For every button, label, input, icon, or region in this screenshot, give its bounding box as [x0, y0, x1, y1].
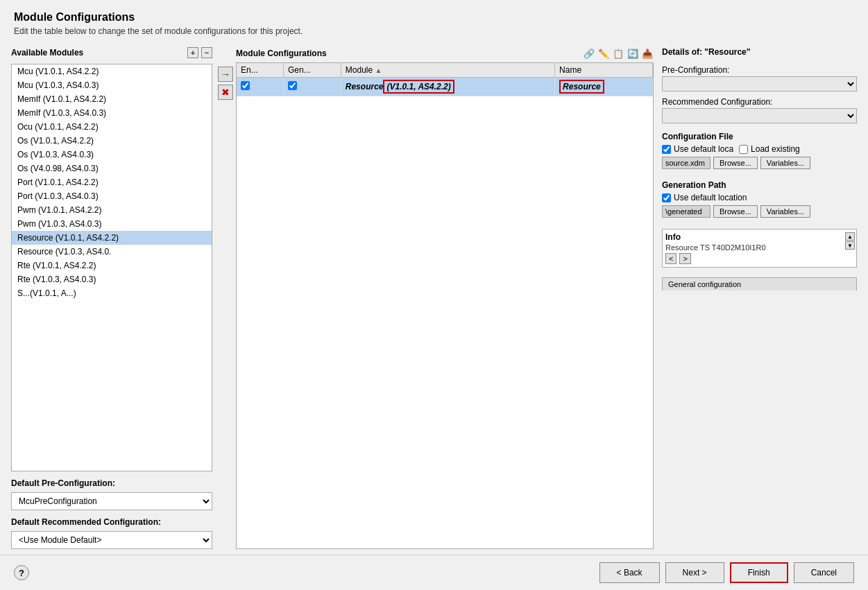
default-pre-config-label: Default Pre-Configuration: [11, 478, 212, 488]
use-default-loc-checkbox[interactable] [662, 145, 671, 154]
info-section: Info Resource TS T40D2M10I1R0 ▲ ▼ < > [662, 229, 857, 268]
col-enabled: En... [237, 63, 283, 78]
module-list-item[interactable]: Os (V1.0.1, AS4.2.2) [12, 134, 212, 148]
module-list-item[interactable]: Port (V1.0.1, AS4.2.2) [12, 175, 212, 189]
module-list-item[interactable]: Mcu (V1.0.3, AS4.0.3) [12, 78, 212, 92]
use-default-loc-label: Use default loca [674, 144, 733, 154]
gen-variables-button[interactable]: Variables... [760, 205, 810, 218]
module-list-item[interactable]: Resource (V1.0.3, AS4.0. [12, 245, 212, 259]
use-default-location-checkbox[interactable] [662, 193, 671, 202]
info-nav-left-btn[interactable]: < [665, 253, 676, 264]
sort-indicator: ▲ [375, 67, 382, 74]
col-generate: Gen... [283, 63, 341, 78]
module-list-item[interactable]: Port (V1.0.3, AS4.0.3) [12, 189, 212, 203]
cancel-button[interactable]: Cancel [794, 562, 854, 583]
toolbar-edit-icon[interactable]: ✏️ [597, 47, 610, 60]
general-config-tab[interactable]: General configuration [662, 277, 857, 290]
back-button[interactable]: < Back [599, 562, 660, 583]
config-file-section: Configuration File Use default loca Load… [662, 132, 857, 172]
dialog-content: Available Modules + − Mcu (V1.0.1, AS4.2… [0, 42, 868, 555]
module-list-item[interactable]: MemIf (V1.0.1, AS4.2.2) [12, 92, 212, 106]
modules-list-scroll[interactable]: Mcu (V1.0.1, AS4.2.2)Mcu (V1.0.3, AS4.0.… [12, 64, 212, 471]
available-modules-label: Available Modules [11, 48, 83, 58]
module-list-item[interactable]: Rte (V1.0.1, AS4.2.2) [12, 259, 212, 272]
enabled-checkbox[interactable] [241, 81, 250, 90]
info-nav-row: < > [665, 253, 853, 264]
module-name: Resource [346, 82, 384, 92]
config-file-title: Configuration File [662, 132, 857, 141]
browse-button[interactable]: Browse... [713, 157, 758, 169]
default-rec-config-label: Default Recommended Configuration: [11, 517, 212, 527]
info-nav-right-btn[interactable]: > [679, 253, 690, 264]
gen-path-display: \generated [662, 205, 710, 218]
use-default-location-label: Use default location [674, 193, 747, 202]
info-title: Info [665, 232, 853, 242]
pre-config-section: Pre-Configuration: [662, 65, 857, 92]
module-config-section: Module Configurations 🔗 ✏️ 📋 🔄 📥 En... [236, 47, 654, 549]
module-configurations-dialog: Module Configurations Edit the table bel… [0, 0, 868, 590]
rec-config-dropdown[interactable] [662, 108, 857, 123]
module-list-item[interactable]: Rte (V1.0.3, AS4.0.3) [12, 272, 212, 286]
module-list-item[interactable]: Ocu (V1.0.1, AS4.2.2) [12, 120, 212, 134]
modules-list-container: Mcu (V1.0.1, AS4.2.2)Mcu (V1.0.3, AS4.0.… [11, 64, 212, 471]
rec-config-label: Recommended Configuration: [662, 97, 857, 107]
dialog-footer: ? < Back Next > Finish Cancel [0, 555, 868, 590]
use-default-location-row: Use default location [662, 193, 857, 202]
toolbar-copy-icon[interactable]: 📋 [612, 47, 624, 60]
default-pre-config-select[interactable]: McuPreConfiguration [11, 492, 212, 510]
collapse-icon[interactable]: − [201, 47, 212, 58]
info-scroll-down-btn[interactable]: ▼ [845, 241, 855, 250]
pre-config-dropdown[interactable] [662, 76, 857, 92]
default-pre-config-dropdown-container: McuPreConfiguration [11, 492, 212, 510]
file-path-display: source.xdm [662, 157, 710, 169]
col-name: Name [555, 63, 653, 78]
finish-button[interactable]: Finish [730, 562, 788, 583]
info-scroll-buttons: ▲ ▼ [845, 232, 855, 250]
info-scroll-up-btn[interactable]: ▲ [845, 232, 855, 241]
available-modules-header: Available Modules + − [11, 47, 212, 58]
use-default-loc-row: Use default loca Load existing [662, 144, 857, 154]
module-config-title: Module Configurations [236, 49, 327, 58]
module-list-item[interactable]: Os (V4.0.98, AS4.0.3) [12, 162, 212, 175]
toolbar-link-icon[interactable]: 🔗 [583, 47, 595, 60]
pre-config-label: Pre-Configuration: [662, 65, 857, 75]
load-existing-checkbox[interactable] [739, 145, 748, 154]
panel-header-icons: + − [187, 47, 212, 58]
gen-browse-button[interactable]: Browse... [713, 205, 758, 218]
left-panel: Available Modules + − Mcu (V1.0.1, AS4.2… [11, 47, 212, 549]
default-rec-config-select[interactable]: <Use Module Default> [11, 531, 212, 549]
config-table: En... Gen... Module ▲ Name Resource(V1.0… [237, 63, 653, 96]
variables-button[interactable]: Variables... [760, 157, 810, 169]
middle-panel: → ✖ Module Configurations 🔗 ✏️ 📋 🔄 📥 [218, 47, 654, 549]
config-table-body: Resource(V1.0.1, AS4.2.2)Resource [237, 78, 653, 96]
table-row[interactable]: Resource(V1.0.1, AS4.2.2)Resource [237, 78, 653, 96]
remove-module-btn[interactable]: ✖ [218, 85, 233, 100]
dialog-header: Module Configurations Edit the table bel… [0, 0, 868, 42]
config-name: Resource [559, 80, 604, 94]
expand-icon[interactable]: + [187, 47, 198, 58]
footer-left: ? [14, 565, 29, 580]
module-list-item[interactable]: MemIf (V1.0.3, AS4.0.3) [12, 106, 212, 120]
module-list-item[interactable]: Resource (V1.0.1, AS4.2.2) [12, 231, 212, 245]
add-module-btn[interactable]: → [218, 67, 233, 82]
module-list-item[interactable]: Pwm (V1.0.3, AS4.0.3) [12, 217, 212, 231]
gen-path-row: \generated Browse... Variables... [662, 205, 857, 218]
details-title: Details of: "Resource" [662, 47, 857, 57]
modules-list: Mcu (V1.0.1, AS4.2.2)Mcu (V1.0.3, AS4.0.… [12, 64, 212, 300]
generation-path-title: Generation Path [662, 180, 857, 190]
table-header-row: En... Gen... Module ▲ Name [237, 63, 653, 78]
sidebar-buttons: → ✖ [218, 47, 233, 549]
module-list-item[interactable]: Pwm (V1.0.1, AS4.2.2) [12, 203, 212, 217]
default-rec-config-dropdown-container: <Use Module Default> [11, 531, 212, 549]
toolbar-refresh-icon[interactable]: 🔄 [627, 47, 639, 60]
module-config-header: Module Configurations 🔗 ✏️ 📋 🔄 📥 [236, 47, 654, 60]
module-list-item[interactable]: Os (V1.0.3, AS4.0.3) [12, 148, 212, 162]
generate-checkbox[interactable] [288, 81, 297, 90]
module-list-item[interactable]: S...(V1.0.1, A...) [12, 286, 212, 300]
file-path-row: source.xdm Browse... Variables... [662, 157, 857, 169]
help-button[interactable]: ? [14, 565, 29, 580]
toolbar-import-icon[interactable]: 📥 [641, 47, 654, 60]
module-cell: Resource(V1.0.1, AS4.2.2) [341, 78, 554, 96]
module-list-item[interactable]: Mcu (V1.0.1, AS4.2.2) [12, 64, 212, 78]
next-button[interactable]: Next > [665, 562, 724, 583]
